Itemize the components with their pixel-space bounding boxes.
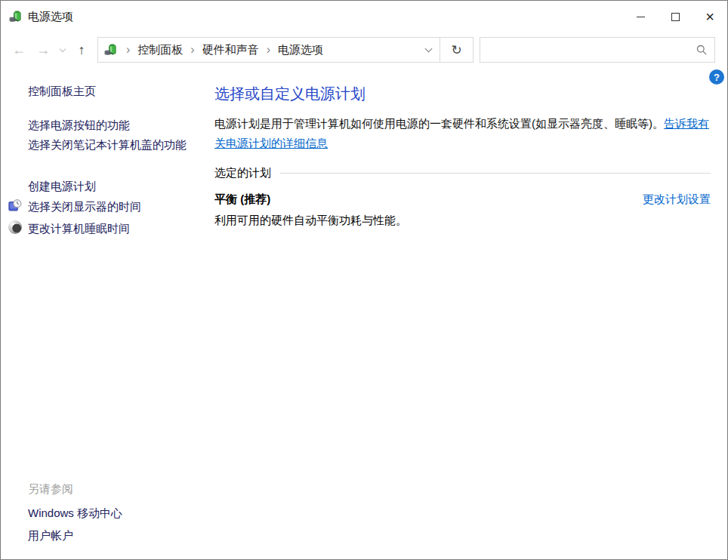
- power-options-battery-icon: [9, 11, 22, 23]
- power-options-battery-icon: [104, 44, 117, 57]
- minimize-button[interactable]: [623, 1, 658, 32]
- display-clock-icon: [8, 198, 22, 212]
- plan-name: 平衡 (推荐): [214, 192, 270, 207]
- breadcrumb-item-power-options[interactable]: 电源选项: [275, 43, 326, 57]
- intro-paragraph: 电源计划是用于管理计算机如何使用电源的一套硬件和系统设置(如显示器亮度、睡眠等)…: [214, 114, 711, 153]
- minimize-icon: [637, 17, 645, 17]
- address-bar: › 控制面板 › 硬件和声音 › 电源选项 ↻: [97, 37, 474, 63]
- breadcrumb: › 控制面板 › 硬件和声音 › 电源选项: [98, 38, 417, 62]
- sidebar-item-user-accounts[interactable]: 用户帐户: [1, 528, 73, 544]
- power-options-window: 电源选项 × ← → ↑ › 控制面板: [0, 0, 728, 560]
- sidebar-item-power-button-function[interactable]: 选择电源按钮的功能: [1, 117, 130, 134]
- forward-button[interactable]: →: [31, 43, 55, 57]
- sidebar-item-label: 更改计算机睡眠时间: [28, 220, 130, 237]
- sidebar-item-label: 选择关闭显示器的时间: [28, 198, 141, 215]
- task-pane: 控制面板主页 选择电源按钮的功能 选择关闭笔记本计算机盖的功能 创建电源计划: [1, 67, 205, 559]
- main-panel: 选择或自定义电源计划 电源计划是用于管理计算机如何使用电源的一套硬件和系统设置(…: [214, 67, 711, 228]
- sleep-sphere-icon: [8, 220, 22, 234]
- search-icon[interactable]: [696, 45, 707, 55]
- breadcrumb-separator-icon[interactable]: ›: [122, 43, 134, 57]
- sidebar-item-label: 用户帐户: [28, 528, 73, 544]
- window-title: 电源选项: [28, 10, 73, 24]
- sidebar-item-label: 选择电源按钮的功能: [28, 117, 130, 134]
- breadcrumb-item-hardware-sound[interactable]: 硬件和声音: [199, 43, 262, 57]
- content-area: 控制面板主页 选择电源按钮的功能 选择关闭笔记本计算机盖的功能 创建电源计划: [1, 67, 727, 559]
- plan-row: 平衡 (推荐) 更改计划设置: [214, 192, 711, 207]
- help-button[interactable]: ?: [709, 69, 724, 85]
- question-mark-icon: ?: [714, 72, 720, 83]
- intro-text: 电源计划是用于管理计算机如何使用电源的一套硬件和系统设置(如显示器亮度、睡眠等)…: [214, 117, 664, 130]
- sidebar-item-label: 控制面板主页: [28, 83, 96, 100]
- sidebar-item-display-off-time[interactable]: 选择关闭显示器的时间: [1, 198, 141, 215]
- breadcrumb-item-control-panel[interactable]: 控制面板: [134, 43, 186, 57]
- chevron-down-icon: [60, 45, 66, 51]
- title-bar: 电源选项 ×: [1, 1, 727, 32]
- selected-plan-header: 选定的计划: [214, 166, 271, 180]
- sidebar-item-windows-mobility-center[interactable]: Windows 移动中心: [1, 505, 122, 522]
- see-also-header: 另请参阅: [28, 482, 73, 497]
- close-icon: ×: [705, 9, 714, 24]
- sidebar-item-create-power-plan[interactable]: 创建电源计划: [1, 178, 96, 195]
- sidebar-item-control-panel-home[interactable]: 控制面板主页: [1, 83, 96, 100]
- page-title: 选择或自定义电源计划: [214, 84, 711, 104]
- back-button[interactable]: ←: [7, 43, 31, 57]
- search-box: [480, 37, 715, 63]
- history-dropdown-button[interactable]: [55, 49, 70, 51]
- sidebar-item-label: Windows 移动中心: [28, 505, 122, 522]
- chevron-down-icon: [424, 45, 432, 53]
- search-input[interactable]: [480, 38, 696, 62]
- maximize-icon: [671, 13, 680, 21]
- caption-buttons: ×: [623, 1, 727, 32]
- close-button[interactable]: ×: [693, 1, 727, 32]
- change-plan-settings-link[interactable]: 更改计划设置: [643, 192, 711, 207]
- plan-description: 利用可用的硬件自动平衡功耗与性能。: [214, 214, 711, 228]
- breadcrumb-separator-icon[interactable]: ›: [262, 43, 275, 57]
- breadcrumb-separator-icon[interactable]: ›: [186, 43, 199, 57]
- sidebar-item-sleep-time[interactable]: 更改计算机睡眠时间: [1, 220, 130, 237]
- address-dropdown-button[interactable]: [417, 48, 440, 51]
- selected-plan-section: 选定的计划: [214, 166, 711, 180]
- sidebar-item-label: 选择关闭笔记本计算机盖的功能: [28, 137, 187, 153]
- refresh-button[interactable]: ↻: [440, 38, 473, 62]
- section-divider: [280, 173, 711, 174]
- navigation-toolbar: ← → ↑ › 控制面板 › 硬件和声音 › 电源选项: [1, 32, 727, 67]
- maximize-button[interactable]: [658, 1, 693, 32]
- up-button[interactable]: ↑: [70, 43, 93, 57]
- sidebar-item-label: 创建电源计划: [28, 178, 96, 195]
- sidebar-item-lid-close-function[interactable]: 选择关闭笔记本计算机盖的功能: [1, 137, 187, 153]
